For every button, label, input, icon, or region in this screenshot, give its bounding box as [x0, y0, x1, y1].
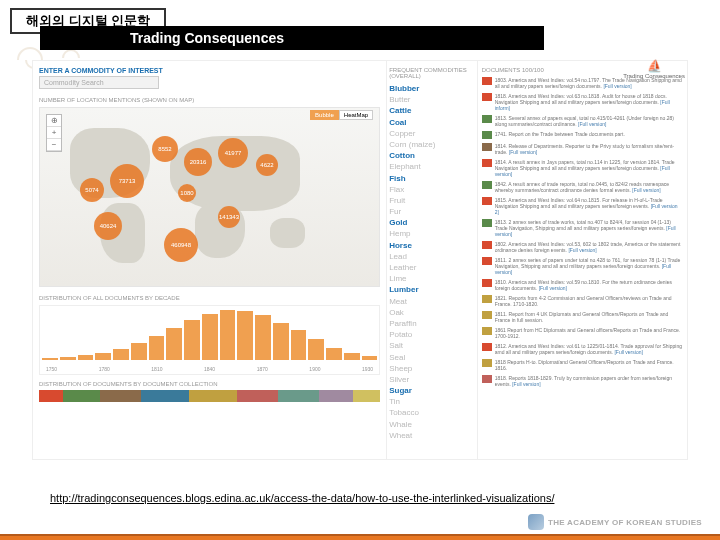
commodity-item[interactable]: Butter: [389, 94, 475, 105]
bar: [166, 328, 182, 361]
document-item[interactable]: 1818. Reports 1818-1829. Truly by commis…: [482, 375, 683, 387]
bar: [78, 355, 94, 360]
document-item[interactable]: 1842. A result annex of trade reports, t…: [482, 181, 683, 193]
bar: [291, 330, 307, 360]
commodity-item[interactable]: Flax: [389, 184, 475, 195]
bar: [42, 358, 58, 361]
map-bubble[interactable]: 20316: [184, 148, 212, 176]
world-map[interactable]: ⊕+− BubbleHeatMap 5074737134062485522031…: [39, 107, 380, 287]
map-bubble[interactable]: 40624: [94, 212, 122, 240]
bar: [149, 336, 165, 360]
page-subtitle: Trading Consequences: [40, 26, 544, 50]
commodity-item[interactable]: Cattle: [389, 105, 475, 116]
map-bubble[interactable]: 73713: [110, 164, 144, 198]
commodity-item[interactable]: Paraffin: [389, 318, 475, 329]
document-item[interactable]: 1818. America and West Indies: vol.63 no…: [482, 93, 683, 111]
document-item[interactable]: 1810. America and West Indies: vol.59 no…: [482, 279, 683, 291]
document-item[interactable]: 1815. America and West Indies: vol.64 no…: [482, 197, 683, 215]
commodity-item[interactable]: Elephant: [389, 161, 475, 172]
commodity-item[interactable]: Meat: [389, 296, 475, 307]
bar: [237, 311, 253, 360]
commodity-item[interactable]: Sugar: [389, 385, 475, 396]
commodity-item[interactable]: Blubber: [389, 83, 475, 94]
document-item[interactable]: 1813. Several annex of papers equal, tot…: [482, 115, 683, 127]
document-item[interactable]: 1741. Report on the Trade between Trade …: [482, 131, 683, 139]
commodity-item[interactable]: Gold: [389, 217, 475, 228]
commodity-item[interactable]: Leather: [389, 262, 475, 273]
commodity-item[interactable]: Lumber: [389, 284, 475, 295]
commodity-item[interactable]: Fish: [389, 173, 475, 184]
commodity-list[interactable]: BlubberButterCattleCoalCopperCorn (maize…: [389, 83, 475, 441]
commodity-item[interactable]: Tin: [389, 396, 475, 407]
commodities-label: FREQUENT COMMODITIES (overall): [389, 67, 475, 79]
bar: [95, 353, 111, 361]
commodity-item[interactable]: Cotton: [389, 150, 475, 161]
commodity-item[interactable]: Silver: [389, 374, 475, 385]
bar: [344, 353, 360, 361]
bar: [273, 323, 289, 361]
commodity-item[interactable]: Sheep: [389, 363, 475, 374]
bar: [220, 310, 236, 360]
document-item[interactable]: 1811. 2 annex series of papers under tot…: [482, 257, 683, 275]
commodity-item[interactable]: Lead: [389, 251, 475, 262]
commodity-item[interactable]: Salt: [389, 340, 475, 351]
collection-strip[interactable]: [39, 390, 380, 402]
bar: [255, 315, 271, 360]
map-zoom-controls[interactable]: ⊕+−: [46, 114, 62, 152]
bar: [60, 357, 76, 361]
map-bubble[interactable]: 41977: [218, 138, 248, 168]
document-item[interactable]: 1818 Reports H-to. Diplomat/and General …: [482, 359, 683, 371]
embedded-screenshot: ENTER A COMMODITY OF INTEREST Commodity …: [32, 60, 688, 460]
commodity-item[interactable]: Seal: [389, 352, 475, 363]
document-item[interactable]: 1814. Release of Departments. Reporter t…: [482, 143, 683, 155]
map-bubble[interactable]: 460948: [164, 228, 198, 262]
document-item[interactable]: 1861 Report from HC Diplomats and Genera…: [482, 327, 683, 339]
map-mode-toggle[interactable]: BubbleHeatMap: [310, 112, 373, 118]
document-item[interactable]: 1812. America and West Indies: vol.61 to…: [482, 343, 683, 355]
commodity-item[interactable]: Wheat: [389, 430, 475, 441]
app-logo: ⛵ Trading Consequences: [623, 59, 685, 79]
document-item[interactable]: 1811. Report from 4 UK Diplomats and Gen…: [482, 311, 683, 323]
commodity-item[interactable]: Potato: [389, 329, 475, 340]
bar: [184, 320, 200, 360]
map-bubble[interactable]: 4622: [256, 154, 278, 176]
commodity-item[interactable]: Corn (maize): [389, 139, 475, 150]
aks-logo: THE ACADEMY OF KOREAN STUDIES: [528, 514, 702, 530]
commodity-item[interactable]: Oak: [389, 307, 475, 318]
document-item[interactable]: 1821. Reports from 4-2 Commission and Ge…: [482, 295, 683, 307]
commodity-item[interactable]: Whale: [389, 419, 475, 430]
document-item[interactable]: 1802. America and West Indies: vol.53, 6…: [482, 241, 683, 253]
source-url[interactable]: http://tradingconsequences.blogs.edina.a…: [50, 492, 554, 504]
commodity-prompt: ENTER A COMMODITY OF INTEREST: [39, 67, 380, 74]
bar: [308, 339, 324, 360]
document-item[interactable]: 1814. A result annex in Jays papers, tot…: [482, 159, 683, 177]
bar: [113, 349, 129, 360]
commodity-item[interactable]: Tobacco: [389, 407, 475, 418]
document-item[interactable]: 1813. 2 annex series of trade works, tot…: [482, 219, 683, 237]
commodity-item[interactable]: Fruit: [389, 195, 475, 206]
commodity-item[interactable]: Horse: [389, 240, 475, 251]
map-bubble[interactable]: 5074: [80, 178, 104, 202]
search-input[interactable]: Commodity Search: [39, 76, 159, 89]
barchart-label: DISTRIBUTION OF ALL DOCUMENTS BY DECADE: [39, 295, 380, 301]
decade-barchart[interactable]: 1750178018101840187019001930: [39, 305, 380, 375]
commodity-item[interactable]: Fur: [389, 206, 475, 217]
map-bubble[interactable]: 8552: [152, 136, 178, 162]
commodity-item[interactable]: Copper: [389, 128, 475, 139]
bar: [131, 343, 147, 361]
bar: [362, 356, 378, 360]
bar: [326, 348, 342, 361]
map-bubble[interactable]: 141343: [218, 206, 240, 228]
commodity-item[interactable]: Hemp: [389, 228, 475, 239]
strip-label: DISTRIBUTION OF DOCUMENTS BY DOCUMENT CO…: [39, 381, 380, 387]
commodity-item[interactable]: Coal: [389, 117, 475, 128]
bar: [202, 314, 218, 360]
map-bubble[interactable]: 1080: [178, 184, 196, 202]
documents-list[interactable]: 1803. America and West Indies: vol.54 no…: [482, 77, 683, 387]
locations-label: NUMBER OF LOCATION MENTIONS (shown on ma…: [39, 97, 380, 103]
commodity-item[interactable]: Lime: [389, 273, 475, 284]
